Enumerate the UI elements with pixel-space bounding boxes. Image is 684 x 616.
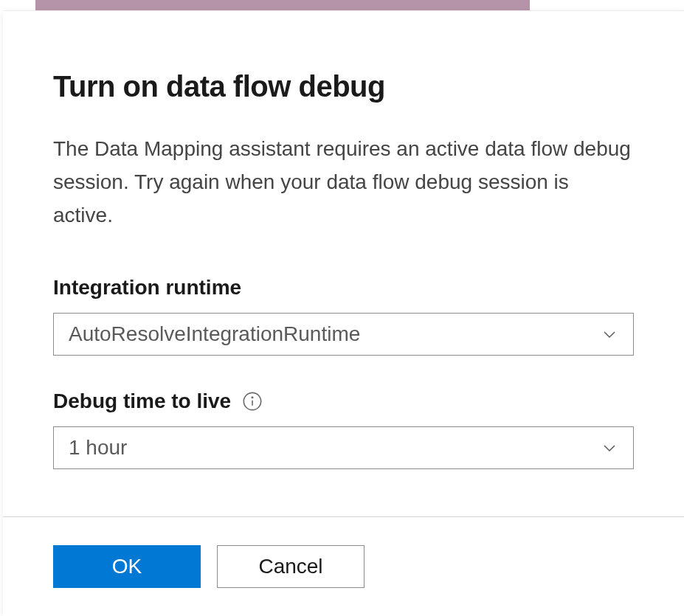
dialog-title: Turn on data flow debug bbox=[53, 70, 634, 103]
svg-point-2 bbox=[252, 397, 252, 398]
info-icon[interactable] bbox=[241, 390, 263, 412]
dialog-footer: OK Cancel bbox=[3, 516, 684, 616]
chevron-down-icon bbox=[601, 325, 618, 343]
debug-ttl-group: Debug time to live 1 hour bbox=[53, 390, 634, 469]
debug-ttl-dropdown[interactable]: 1 hour bbox=[53, 426, 634, 469]
integration-runtime-dropdown[interactable]: AutoResolveIntegrationRuntime bbox=[53, 313, 634, 356]
debug-ttl-label: Debug time to live bbox=[53, 390, 634, 413]
integration-runtime-label-text: Integration runtime bbox=[53, 276, 241, 300]
dialog-content: Turn on data flow debug The Data Mapping… bbox=[3, 11, 684, 469]
integration-runtime-label: Integration runtime bbox=[53, 276, 634, 300]
integration-runtime-value: AutoResolveIntegrationRuntime bbox=[69, 322, 360, 346]
integration-runtime-group: Integration runtime AutoResolveIntegrati… bbox=[53, 276, 634, 356]
ok-button[interactable]: OK bbox=[53, 545, 201, 588]
cancel-button[interactable]: Cancel bbox=[217, 545, 365, 588]
debug-ttl-value: 1 hour bbox=[69, 436, 127, 460]
debug-ttl-label-text: Debug time to live bbox=[53, 390, 231, 413]
chevron-down-icon bbox=[601, 439, 618, 457]
debug-dialog: Turn on data flow debug The Data Mapping… bbox=[3, 10, 684, 616]
progress-bar bbox=[35, 0, 530, 10]
dialog-description: The Data Mapping assistant requires an a… bbox=[53, 133, 634, 232]
